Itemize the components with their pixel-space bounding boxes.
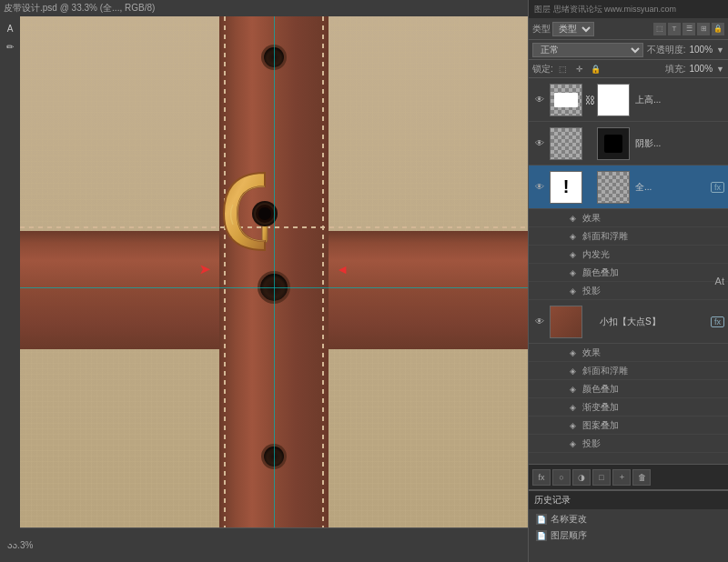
layer-info-xiakou: 小扣【大点S】 (597, 316, 708, 328)
buckle-svg (206, 159, 342, 268)
layer-eye-quan[interactable]: 👁 (532, 180, 547, 195)
effect-xiakou-shadow: ◈ 投影 (529, 435, 728, 453)
history-header: 历史记录 (529, 491, 728, 509)
lock-label: 锁定: (532, 63, 553, 75)
history-panel: 历史记录 📄 名称更改 📄 图层顺序 (529, 489, 728, 562)
history-title: 历史记录 (534, 494, 571, 507)
at-label: At (715, 276, 724, 286)
belt-canvas: ➤ ◄ (20, 16, 528, 527)
effect-eye-xiakou-gradient[interactable]: ◈ (565, 400, 580, 415)
layer-hengkou[interactable]: 👁 ▶ 📁 横扣 (529, 453, 728, 464)
effect-xiakou-bevel: ◈ 斜面和浮雕 (529, 362, 728, 380)
lock-icon-box[interactable]: ⬚ (557, 63, 570, 75)
effect-label-xiakou-pattern: 图案叠加 (582, 419, 619, 432)
effect-eye-xiakou-shadow[interactable]: ◈ (565, 437, 580, 451)
effect-xiakou-pattern: ◈ 图案叠加 (529, 416, 728, 435)
layer-group-button[interactable]: □ (592, 469, 611, 486)
effect-eye-quan-bevel[interactable]: ◈ (565, 229, 580, 244)
history-icon-1: 📄 (536, 530, 547, 541)
fill-value: 100% (690, 64, 713, 74)
effect-label-quan-coloroverlay: 颜色叠加 (582, 266, 619, 279)
filter-icon-2[interactable]: T (668, 23, 681, 35)
lock-icon-all[interactable]: 🔒 (590, 63, 602, 75)
layer-shang[interactable]: 👁 ⛓ 上高... (529, 78, 728, 122)
lock-bar: 锁定: ⬚ ✛ 🔒 填充: 100% ▼ (529, 60, 728, 78)
history-text-0: 名称更改 (551, 513, 587, 526)
effect-eye-xiakou-header[interactable]: ◈ (565, 346, 580, 360)
effect-xiakou-color: ◈ 颜色叠加 (529, 380, 728, 398)
belt-bottom-hole (264, 447, 284, 467)
filter-icon-5[interactable]: 🔒 (712, 23, 724, 35)
effect-quan-shadow: ◈ 投影 (529, 282, 728, 300)
layer-ying[interactable]: 👁 阴影... (529, 122, 728, 166)
filter-icon-3[interactable]: ☰ (682, 23, 695, 35)
layer-thumb-shang (550, 84, 582, 116)
fill-label: 填充: (665, 63, 686, 75)
stitch-left (224, 16, 226, 527)
layer-badge-quan: fx (711, 182, 724, 193)
layer-quan[interactable]: 👁 ! 全... fx (529, 166, 728, 209)
history-item-1[interactable]: 📄 图层顺序 (529, 527, 728, 544)
left-tools: A ✏ (0, 16, 20, 544)
layer-delete-button[interactable]: 🗑 (632, 469, 651, 486)
effect-label-quan-shadow: 投影 (582, 285, 601, 297)
type-tool-icon[interactable]: A (2, 20, 18, 36)
effect-eye-quan-innerglow[interactable]: ◈ (565, 247, 580, 262)
opacity-arrow[interactable]: ▼ (716, 45, 724, 55)
canvas-title-bar: 皮带设计.psd @ 33.3% (全..., RGB/8) (0, 0, 528, 16)
filter-label: 类型 (532, 23, 551, 35)
fill-arrow[interactable]: ▼ (716, 65, 724, 74)
effect-label-quan-bevel: 斜面和浮雕 (582, 230, 628, 243)
filter-bar: 类型 类型 ⬚ T ☰ ⊞ 🔒 (529, 18, 728, 40)
blend-mode-select[interactable]: 正常 (532, 43, 643, 57)
effect-xiakou-gradient: ◈ 渐变叠加 (529, 398, 728, 416)
layer-mask-ying (597, 127, 630, 160)
layer-adjustment-button[interactable]: ◑ (572, 469, 591, 486)
history-item-0[interactable]: 📄 名称更改 (529, 511, 728, 527)
layer-mask-quan (597, 171, 630, 204)
canvas-title: 皮带设计.psd @ 33.3% (全..., RGB/8) (4, 2, 155, 15)
canvas-bottom-bar: 33.3% (0, 527, 528, 562)
layer-badge-xiakou: fx (711, 316, 724, 327)
mask-shadow (604, 135, 622, 153)
effect-eye-xiakou-bevel[interactable]: ◈ (565, 364, 580, 378)
history-list: 📄 名称更改 📄 图层顺序 (529, 509, 728, 546)
effect-label-xiakou-color: 颜色叠加 (582, 383, 619, 396)
buckle-frame (206, 159, 342, 268)
filter-icon-4[interactable]: ⊞ (697, 23, 710, 35)
effect-label-xiakou-header: 效果 (582, 346, 601, 359)
blend-bar: 正常 不透明度: 100% ▼ (529, 40, 728, 60)
website-bar: 图层 思绪资讯论坛 www.missyuan.com (529, 0, 728, 18)
layer-add-mask-button[interactable]: ○ (552, 469, 571, 486)
effect-eye-xiakou-color[interactable]: ◈ (565, 382, 580, 396)
right-panel: 图层 思绪资讯论坛 www.missyuan.com 类型 类型 ⬚ T ☰ ⊞… (528, 0, 728, 562)
layer-info-shang: 上高... (632, 94, 724, 106)
effect-eye-quan-coloroverlay[interactable]: ◈ (565, 266, 580, 280)
lock-icon-move[interactable]: ✛ (573, 63, 586, 75)
effect-label-xiakou-bevel: 斜面和浮雕 (582, 365, 628, 377)
red-arrow-right: ◄ (336, 262, 349, 276)
layer-fx-button[interactable]: fx (532, 469, 551, 486)
filter-select[interactable]: 类型 (552, 22, 594, 36)
pen-tool-icon[interactable]: ✏ (2, 38, 18, 55)
layer-eye-shang[interactable]: 👁 (532, 93, 547, 107)
layers-list[interactable]: 👁 ⛓ 上高... 👁 (529, 78, 728, 464)
effect-eye-quan-header[interactable]: ◈ (565, 211, 580, 226)
stitch-right (322, 16, 324, 527)
layer-xiakou[interactable]: 👁 小扣【大点S】 fx (529, 300, 728, 344)
red-arrow-left: ➤ (199, 262, 210, 276)
layer-info-ying: 阴影... (632, 137, 724, 150)
effect-label-xiakou-gradient: 渐变叠加 (582, 401, 619, 414)
filter-icon-1[interactable]: ⬚ (653, 23, 666, 35)
layer-thumb-xiakou (550, 306, 582, 338)
effect-quan-coloroverlay: ◈ 颜色叠加 (529, 264, 728, 282)
layer-thumb-ying (550, 127, 582, 160)
filter-icons: ⬚ T ☰ ⊞ 🔒 (653, 23, 724, 35)
effect-eye-xiakou-pattern[interactable]: ◈ (565, 418, 580, 433)
layer-eye-xiakou[interactable]: 👁 (532, 315, 547, 329)
layer-new-button[interactable]: ＋ (612, 469, 631, 486)
layer-info-quan: 全... (632, 181, 708, 194)
effect-eye-quan-shadow[interactable]: ◈ (565, 284, 580, 298)
layer-eye-ying[interactable]: 👁 (532, 136, 547, 151)
website-title: 图层 思绪资讯论坛 www.missyuan.com (534, 4, 676, 15)
